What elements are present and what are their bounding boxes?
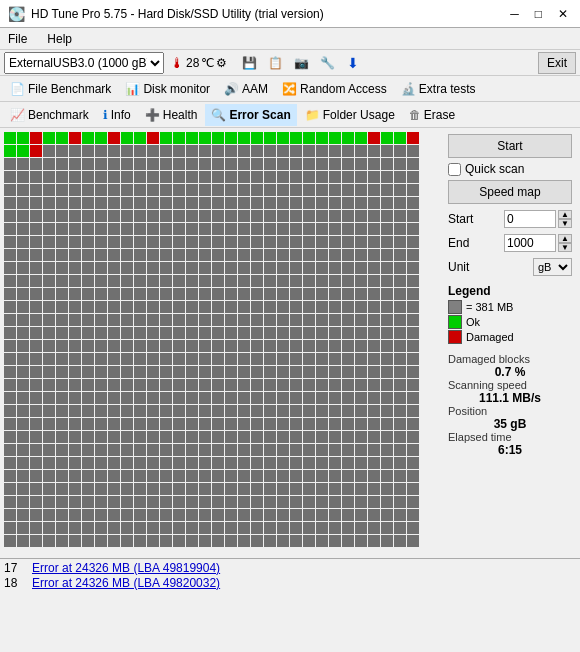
extra-tests-icon: 🔬	[401, 82, 416, 96]
menu-bar: File Help	[0, 28, 580, 50]
temperature-display: 🌡 28 ℃ ⚙	[170, 55, 227, 71]
drive-icon2: 📋	[268, 56, 283, 70]
file-benchmark-icon: 📄	[10, 82, 25, 96]
erase-icon: 🗑	[409, 108, 421, 122]
end-param-row: End ▲ ▼	[448, 234, 572, 252]
benchmark-icon: 📈	[10, 108, 25, 122]
tab-aam[interactable]: 🔊 AAM	[218, 78, 274, 100]
exit-button[interactable]: Exit	[538, 52, 576, 74]
status-text-2[interactable]: Error at 24326 MB (LBA 49820032)	[32, 576, 220, 590]
speed-map-button[interactable]: Speed map	[448, 180, 572, 204]
minimize-button[interactable]: ─	[506, 7, 523, 21]
title-bar: 💽 HD Tune Pro 5.75 - Hard Disk/SSD Utili…	[0, 0, 580, 28]
start-down-btn[interactable]: ▼	[558, 219, 572, 228]
legend-box-damaged	[448, 330, 462, 344]
camera-icon: 📷	[294, 56, 309, 70]
start-label: Start	[448, 212, 473, 226]
tab-disk-monitor[interactable]: 📊 Disk monitor	[119, 78, 216, 100]
status-row-1: 17 Error at 24326 MB (LBA 49819904)	[4, 561, 576, 575]
drive-icon1: 💾	[242, 56, 257, 70]
window-controls: ─ □ ✕	[506, 7, 572, 21]
download-icon: ⬇	[347, 55, 359, 71]
hdd-icon-btn5[interactable]: ⬇	[341, 52, 365, 74]
maximize-button[interactable]: □	[531, 7, 546, 21]
window-title: HD Tune Pro 5.75 - Hard Disk/SSD Utility…	[31, 7, 324, 21]
tab-extra-tests[interactable]: 🔬 Extra tests	[395, 78, 482, 100]
unit-label: Unit	[448, 260, 469, 274]
toolbar-row3: 📈 Benchmark ℹ Info ➕ Health 🔍 Error Scan…	[0, 102, 580, 128]
legend-label-damaged: Damaged	[466, 331, 514, 343]
info-icon: ℹ	[103, 108, 108, 122]
hdd-icon-btn4[interactable]: 🔧	[315, 52, 339, 74]
end-spinners: ▲ ▼	[558, 234, 572, 252]
unit-select[interactable]: gB MB	[533, 258, 572, 276]
health-icon: ➕	[145, 108, 160, 122]
tab-file-benchmark[interactable]: 📄 File Benchmark	[4, 78, 117, 100]
start-input-group: ▲ ▼	[504, 210, 572, 228]
position-value: 35 gB	[448, 417, 572, 431]
right-panel: Start Quick scan Speed map Start ▲ ▼ End	[440, 128, 580, 558]
disk-monitor-icon: 📊	[125, 82, 140, 96]
position-label: Position	[448, 405, 572, 417]
random-access-icon: 🔀	[282, 82, 297, 96]
toolbar-row1: ExternalUSB3.0 (1000 gB) 🌡 28 ℃ ⚙ 💾 📋 📷 …	[0, 50, 580, 76]
toolbar-row2: 📄 File Benchmark 📊 Disk monitor 🔊 AAM 🔀 …	[0, 76, 580, 102]
damaged-blocks-value: 0.7 %	[448, 365, 572, 379]
legend-title: Legend	[448, 284, 572, 298]
wrench-icon: 🔧	[320, 56, 335, 70]
start-input[interactable]	[504, 210, 556, 228]
end-input-group: ▲ ▼	[504, 234, 572, 252]
legend: Legend = 381 MB Ok Damaged	[448, 284, 572, 345]
toolbar-icons: 💾 📋 📷 🔧 ⬇	[237, 52, 365, 74]
quick-scan-row: Quick scan	[448, 162, 572, 176]
status-row-2: 18 Error at 24326 MB (LBA 49820032)	[4, 576, 576, 590]
drive-select[interactable]: ExternalUSB3.0 (1000 gB)	[4, 52, 164, 74]
status-bar: 17 Error at 24326 MB (LBA 49819904) 18 E…	[0, 558, 580, 608]
damaged-blocks-label: Damaged blocks	[448, 353, 572, 365]
tab-folder-usage[interactable]: 📁 Folder Usage	[299, 104, 401, 126]
temp-unit: ℃	[201, 56, 214, 70]
close-button[interactable]: ✕	[554, 7, 572, 21]
tab-info[interactable]: ℹ Info	[97, 104, 137, 126]
legend-row-ok: Ok	[448, 315, 572, 329]
start-button[interactable]: Start	[448, 134, 572, 158]
tab-benchmark[interactable]: 📈 Benchmark	[4, 104, 95, 126]
tab-random-access[interactable]: 🔀 Random Access	[276, 78, 393, 100]
end-down-btn[interactable]: ▼	[558, 243, 572, 252]
stats: Damaged blocks 0.7 % Scanning speed 111.…	[448, 353, 572, 457]
scan-speed-label: Scanning speed	[448, 379, 572, 391]
start-param-row: Start ▲ ▼	[448, 210, 572, 228]
main-content: Start Quick scan Speed map Start ▲ ▼ End	[0, 128, 580, 558]
unit-param-row: Unit gB MB	[448, 258, 572, 276]
scan-speed-value: 111.1 MB/s	[448, 391, 572, 405]
tab-health[interactable]: ➕ Health	[139, 104, 204, 126]
hdd-icon-btn3[interactable]: 📷	[289, 52, 313, 74]
tab-error-scan[interactable]: 🔍 Error Scan	[205, 104, 296, 126]
legend-row-gray: = 381 MB	[448, 300, 572, 314]
quick-scan-checkbox[interactable]	[448, 163, 461, 176]
status-text-1[interactable]: Error at 24326 MB (LBA 49819904)	[32, 561, 220, 575]
hdd-icon-btn1[interactable]: 💾	[237, 52, 261, 74]
status-num-2: 18	[4, 576, 24, 590]
elapsed-label: Elapsed time	[448, 431, 572, 443]
legend-box-ok	[448, 315, 462, 329]
end-up-btn[interactable]: ▲	[558, 234, 572, 243]
file-menu[interactable]: File	[4, 32, 31, 46]
tab-erase[interactable]: 🗑 Erase	[403, 104, 461, 126]
legend-row-damaged: Damaged	[448, 330, 572, 344]
elapsed-value: 6:15	[448, 443, 572, 457]
legend-label-ok: Ok	[466, 316, 480, 328]
quick-scan-label[interactable]: Quick scan	[465, 162, 524, 176]
end-label: End	[448, 236, 469, 250]
start-spinners: ▲ ▼	[558, 210, 572, 228]
end-input[interactable]	[504, 234, 556, 252]
temp-icon: ⚙	[216, 56, 227, 70]
legend-label-gray: = 381 MB	[466, 301, 513, 313]
status-num-1: 17	[4, 561, 24, 575]
disk-map-canvas	[4, 132, 431, 554]
start-up-btn[interactable]: ▲	[558, 210, 572, 219]
folder-usage-icon: 📁	[305, 108, 320, 122]
help-menu[interactable]: Help	[43, 32, 76, 46]
thermometer-icon: 🌡	[170, 55, 184, 71]
hdd-icon-btn2[interactable]: 📋	[263, 52, 287, 74]
